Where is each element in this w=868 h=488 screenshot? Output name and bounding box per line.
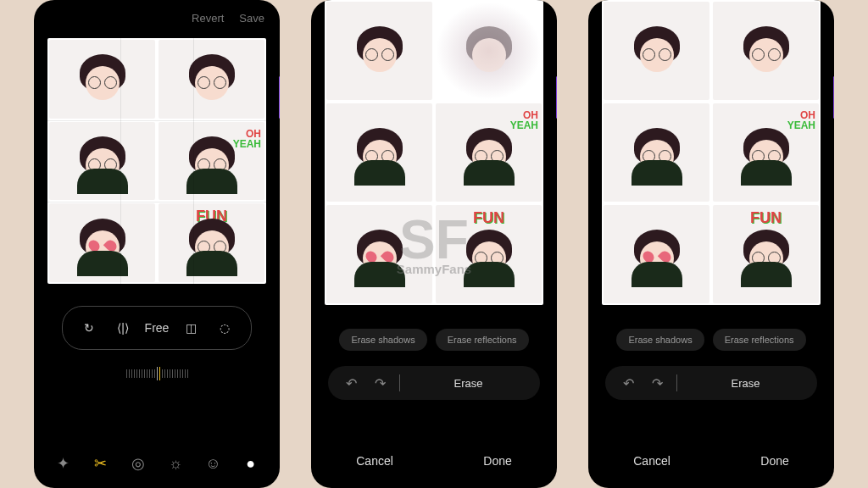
avatar-cell	[604, 103, 709, 202]
avatar-cell	[604, 205, 709, 303]
erase-action-bar: ↶ ↷ Erase	[328, 366, 540, 400]
rotate-button[interactable]: ↻	[75, 313, 103, 342]
phone-screen-erase-active: OH YEAH FUN Erase shadows Erase reflecti…	[311, 0, 557, 488]
avatar-cell: OH YEAH	[713, 103, 819, 202]
more-icon[interactable]: ●	[242, 454, 260, 473]
crop-tool-group: ↻ ⟨|⟩ Free ◫ ◌	[62, 306, 252, 350]
perspective-button[interactable]: ◫	[176, 313, 205, 342]
filter-icon[interactable]: ◎	[129, 454, 147, 473]
erase-reflections-chip[interactable]: Erase reflections	[713, 329, 806, 351]
erase-shadows-chip[interactable]: Erase shadows	[339, 329, 426, 351]
sticker-text-fun: FUN	[473, 210, 504, 225]
save-button[interactable]: Save	[239, 12, 264, 25]
sticker-text-oh: OH	[246, 129, 261, 139]
crop-icon[interactable]: ✂	[91, 454, 109, 473]
avatar-cell	[49, 40, 155, 119]
divider	[399, 374, 400, 391]
done-button[interactable]: Done	[760, 454, 788, 468]
image-canvas[interactable]: OH YEAH FUN	[602, 0, 821, 305]
redo-icon[interactable]: ↷	[648, 375, 666, 391]
shape-crop-button[interactable]: ◌	[210, 313, 239, 342]
revert-button[interactable]: Revert	[192, 12, 224, 25]
avatar-cell: FUN	[713, 205, 819, 303]
bottom-actions: Cancel Done	[588, 439, 834, 488]
erase-label[interactable]: Erase	[687, 377, 804, 390]
editor-bottom-nav: ✦ ✂ ◎ ☼ ☺ ●	[34, 442, 280, 488]
cancel-button[interactable]: Cancel	[633, 454, 670, 468]
avatar-cell	[713, 2, 819, 100]
avatar-cell: OH YEAH	[159, 122, 264, 201]
avatar-cell	[326, 205, 432, 303]
avatar-cell	[326, 2, 432, 100]
sticker-icon[interactable]: ☺	[203, 454, 222, 473]
undo-icon[interactable]: ↶	[342, 375, 360, 391]
erase-shadows-chip[interactable]: Erase shadows	[616, 329, 704, 351]
phone-edge-accent	[833, 76, 834, 119]
erase-reflections-chip[interactable]: Erase reflections	[436, 329, 529, 351]
sticker-text-yeah: YEAH	[233, 139, 261, 149]
auto-enhance-icon[interactable]: ✦	[53, 454, 72, 473]
avatar-cell: FUN	[159, 203, 264, 282]
editor-topbar: Revert Save	[34, 0, 280, 31]
flip-horizontal-button[interactable]: ⟨|⟩	[108, 313, 137, 342]
erase-options-row: Erase shadows Erase reflections	[311, 312, 557, 359]
sticker-text-yeah: YEAH	[787, 120, 815, 130]
erase-label[interactable]: Erase	[410, 377, 526, 390]
undo-icon[interactable]: ↶	[619, 375, 637, 391]
cancel-button[interactable]: Cancel	[356, 454, 393, 468]
erase-action-bar: ↶ ↷ Erase	[605, 366, 817, 400]
sticker-grid: OH YEAH FUN	[602, 0, 821, 305]
bottom-actions: Cancel Done	[311, 439, 557, 488]
avatar-cell	[159, 40, 264, 119]
avatar-cell	[604, 2, 709, 100]
image-canvas[interactable]: OH YEAH FUN	[325, 0, 543, 305]
avatar-cell	[49, 122, 155, 201]
sticker-text-yeah: YEAH	[510, 120, 538, 130]
avatar-cell-erased	[436, 2, 542, 100]
redo-icon[interactable]: ↷	[370, 375, 389, 391]
avatar-cell: FUN	[436, 205, 542, 303]
avatar-cell	[326, 103, 432, 202]
divider	[676, 374, 677, 391]
erase-options-row: Erase shadows Erase reflections	[588, 312, 834, 359]
rotation-slider[interactable]	[34, 358, 280, 389]
avatar-cell: OH YEAH	[436, 103, 542, 202]
crop-tool-row: ↻ ⟨|⟩ Free ◫ ◌	[34, 291, 280, 358]
free-ratio-button[interactable]: Free	[142, 313, 171, 342]
image-canvas[interactable]: OH YEAH FUN	[47, 38, 266, 284]
phone-screen-crop: Revert Save OH YEAH FUN	[34, 0, 280, 488]
done-button[interactable]: Done	[483, 454, 511, 468]
sticker-grid: OH YEAH FUN	[325, 0, 543, 305]
phone-edge-accent	[279, 76, 280, 119]
sticker-text-fun: FUN	[750, 210, 782, 225]
avatar-cell	[49, 203, 155, 282]
sticker-grid: OH YEAH FUN	[47, 38, 266, 284]
brightness-icon[interactable]: ☼	[166, 454, 185, 473]
phone-screen-erase-result: OH YEAH FUN Erase shadows Erase reflecti…	[588, 0, 834, 488]
phone-edge-accent	[556, 76, 557, 119]
